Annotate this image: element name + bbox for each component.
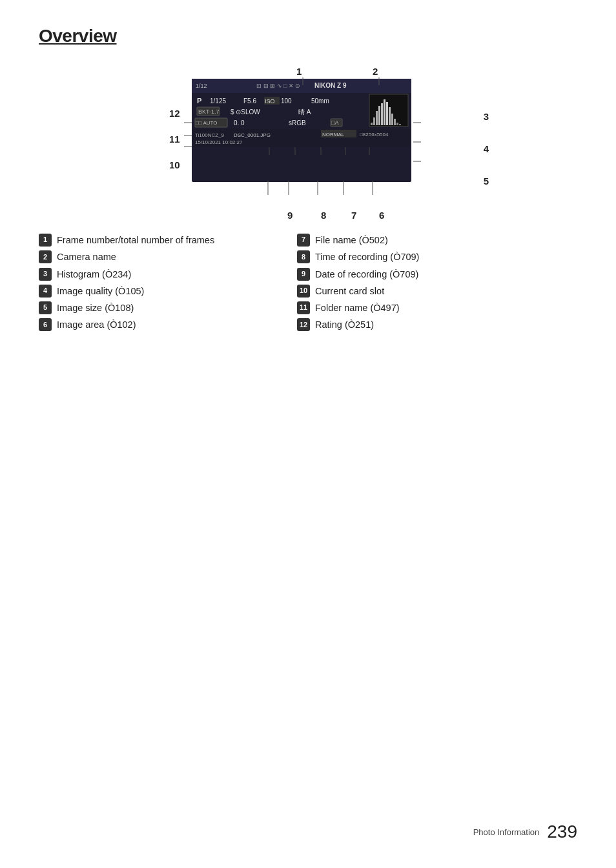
svg-text:F5.6: F5.6 — [243, 97, 256, 105]
label-8: 8 — [321, 210, 326, 221]
legend-item-10: 10 Current card slot — [297, 285, 529, 298]
svg-text:BKT-1.7: BKT-1.7 — [198, 108, 220, 115]
legend-item-8: 8 Time of recording (Ò709) — [297, 250, 529, 263]
footer-page-number: 239 — [547, 822, 577, 842]
badge-7: 7 — [297, 234, 310, 247]
svg-text:0.  0: 0. 0 — [234, 119, 245, 126]
label-11: 11 — [169, 134, 180, 145]
legend-text-8: Time of recording (Ò709) — [315, 250, 419, 263]
badge-5: 5 — [39, 301, 52, 314]
svg-rect-9 — [378, 106, 380, 125]
legend-text-6: Image area (Ò102) — [57, 318, 136, 331]
label-5: 5 — [484, 176, 489, 187]
legend-item-5: 5 Image size (Ò108) — [39, 301, 271, 314]
svg-text:DSC_0001.JPG: DSC_0001.JPG — [234, 132, 271, 138]
legend-text-11: Folder name (Ò497) — [315, 301, 400, 314]
label-3: 3 — [484, 111, 489, 122]
legend-text-10: Current card slot — [315, 285, 384, 298]
legend-section: 1 Frame number/total number of frames 2 … — [39, 234, 529, 336]
svg-rect-11 — [384, 99, 385, 125]
badge-9: 9 — [297, 268, 310, 281]
badge-12: 12 — [297, 318, 310, 331]
svg-text:晴 A: 晴 A — [298, 108, 311, 116]
svg-text:⊡ ⊟ ⊞ ∿ □ ✕ ⊙: ⊡ ⊟ ⊞ ∿ □ ✕ ⊙ — [256, 83, 300, 89]
svg-text:$ ⊙SLOW: $ ⊙SLOW — [231, 108, 260, 116]
badge-3: 3 — [39, 268, 52, 281]
legend-text-9: Date of recording (Ò709) — [315, 268, 418, 281]
svg-text:NORMAL: NORMAL — [322, 132, 345, 137]
legend-text-7: File name (Ò502) — [315, 234, 388, 247]
lcd-svg: 1/12 NIKON Z 9 ⊡ ⊟ ⊞ ∿ □ ✕ ⊙ P 1/125 F5.… — [192, 79, 411, 182]
label-7: 7 — [351, 210, 356, 221]
svg-rect-16 — [396, 123, 398, 125]
legend-item-4: 4 Image quality (Ò105) — [39, 285, 271, 298]
svg-rect-17 — [399, 124, 401, 125]
label-10: 10 — [169, 159, 180, 170]
label-1: 1 — [296, 66, 302, 77]
legend-text-1: Frame number/total number of frames — [57, 234, 214, 247]
badge-1: 1 — [39, 234, 52, 247]
legend-item-12: 12 Rating (Ò251) — [297, 318, 529, 331]
badge-2: 2 — [39, 250, 52, 263]
svg-text:NIKON Z 9: NIKON Z 9 — [314, 82, 347, 89]
svg-text:P: P — [197, 97, 201, 105]
svg-rect-1 — [192, 79, 411, 93]
label-2: 2 — [373, 66, 378, 77]
svg-text:1/125: 1/125 — [210, 97, 226, 105]
svg-text:□A: □A — [331, 119, 338, 126]
legend-item-11: 11 Folder name (Ò497) — [297, 301, 529, 314]
badge-11: 11 — [297, 301, 310, 314]
badge-10: 10 — [297, 285, 310, 298]
legend-item-1: 1 Frame number/total number of frames — [39, 234, 271, 247]
camera-lcd: 1/12 NIKON Z 9 ⊡ ⊟ ⊞ ∿ □ ✕ ⊙ P 1/125 F5.… — [192, 79, 411, 182]
legend-left-col: 1 Frame number/total number of frames 2 … — [39, 234, 271, 336]
legend-item-2: 2 Camera name — [39, 250, 271, 263]
legend-item-9: 9 Date of recording (Ò709) — [297, 268, 529, 281]
label-6: 6 — [379, 210, 384, 221]
legend-text-3: Histogram (Ò234) — [57, 268, 131, 281]
svg-rect-7 — [373, 117, 375, 125]
label-9: 9 — [287, 210, 293, 221]
svg-rect-15 — [394, 119, 396, 125]
label-4: 4 — [484, 143, 489, 154]
svg-text:sRGB: sRGB — [289, 119, 306, 126]
legend-text-2: Camera name — [57, 250, 116, 263]
svg-text:□8256x5504: □8256x5504 — [360, 132, 389, 137]
footer-label: Photo Information — [473, 827, 540, 837]
svg-rect-6 — [371, 123, 373, 125]
svg-rect-12 — [386, 102, 388, 125]
badge-4: 4 — [39, 285, 52, 298]
page-title: Overview — [39, 26, 577, 46]
diagram-area: 1 2 3 4 5 6 7 8 9 10 11 12 1/12 NIKON Z … — [121, 66, 495, 221]
svg-rect-10 — [381, 103, 383, 125]
legend-text-4: Image quality (Ò105) — [57, 285, 144, 298]
svg-text:100: 100 — [281, 97, 292, 105]
svg-text:15/10/2021 10:02:27: 15/10/2021 10:02:27 — [195, 139, 243, 145]
svg-rect-13 — [389, 107, 391, 125]
svg-text:ISO: ISO — [265, 98, 275, 105]
legend-item-3: 3 Histogram (Ò234) — [39, 268, 271, 281]
legend-right-col: 7 File name (Ò502) 8 Time of recording (… — [297, 234, 529, 336]
svg-text:1/12: 1/12 — [196, 83, 207, 89]
legend-item-6: 6 Image area (Ò102) — [39, 318, 271, 331]
badge-6: 6 — [39, 318, 52, 331]
footer: Photo Information 239 — [473, 822, 577, 842]
label-12: 12 — [169, 108, 180, 119]
legend-text-12: Rating (Ò251) — [315, 318, 374, 331]
svg-rect-8 — [376, 111, 378, 125]
svg-text:□□ AUTO: □□ AUTO — [196, 120, 218, 126]
legend-item-7: 7 File name (Ò502) — [297, 234, 529, 247]
svg-text:50mm: 50mm — [311, 97, 329, 105]
svg-rect-14 — [391, 114, 393, 125]
svg-text:Ti100NCZ_9: Ti100NCZ_9 — [195, 132, 225, 138]
badge-8: 8 — [297, 250, 310, 263]
legend-text-5: Image size (Ò108) — [57, 301, 134, 314]
